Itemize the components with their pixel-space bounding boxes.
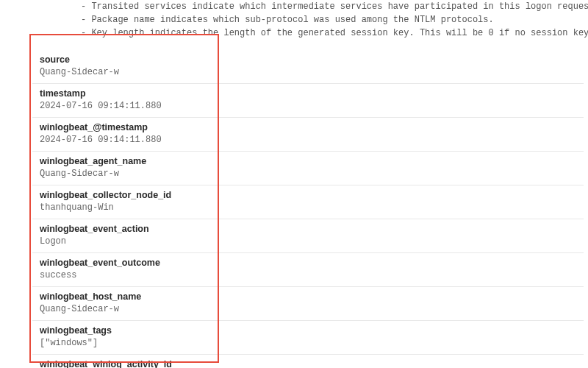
field-label: winlogbeat_@timestamp <box>40 122 576 132</box>
field-value: thanhquang-Win <box>40 202 576 213</box>
field-list: source Quang-Sidecar-w timestamp 2024-07… <box>32 50 584 368</box>
field-label: timestamp <box>40 88 576 99</box>
log-description-line: - Transited services indicate which inte… <box>0 0 588 13</box>
field-row: winlogbeat_winlog_activity_id <box>32 355 584 368</box>
log-description-line: - Key length indicates the length of the… <box>0 26 588 40</box>
field-value: Logon <box>40 236 576 247</box>
field-label: winlogbeat_agent_name <box>40 156 576 166</box>
field-value: Quang-Sidecar-w <box>40 304 576 314</box>
field-row: winlogbeat_collector_node_id thanhquang-… <box>32 185 584 219</box>
log-description-line: - Package name indicates which sub-proto… <box>0 13 588 26</box>
field-value: success <box>40 270 576 280</box>
field-label: winlogbeat_winlog_activity_id <box>40 359 576 368</box>
field-label: winlogbeat_collector_node_id <box>40 190 576 200</box>
field-value: ["windows"] <box>40 338 576 348</box>
field-row: winlogbeat_event_outcome success <box>32 253 584 287</box>
field-row: winlogbeat_@timestamp 2024-07-16 09:14:1… <box>32 118 584 152</box>
field-row: timestamp 2024-07-16 09:14:11.880 <box>32 84 584 118</box>
field-value: 2024-07-16 09:14:11.880 <box>40 135 576 145</box>
field-value: Quang-Sidecar-w <box>40 169 576 179</box>
field-label: winlogbeat_event_outcome <box>40 258 576 268</box>
field-row: winlogbeat_event_action Logon <box>32 219 584 253</box>
field-value: 2024-07-16 09:14:11.880 <box>40 101 576 111</box>
field-row: winlogbeat_host_name Quang-Sidecar-w <box>32 287 584 321</box>
field-row: winlogbeat_agent_name Quang-Sidecar-w <box>32 152 584 185</box>
field-label: source <box>40 54 576 65</box>
field-value: Quang-Sidecar-w <box>40 67 576 77</box>
field-label: winlogbeat_event_action <box>40 224 576 234</box>
field-row: source Quang-Sidecar-w <box>32 50 584 84</box>
field-label: winlogbeat_host_name <box>40 291 576 302</box>
field-label: winlogbeat_tags <box>40 325 576 336</box>
field-row: winlogbeat_tags ["windows"] <box>32 321 584 355</box>
